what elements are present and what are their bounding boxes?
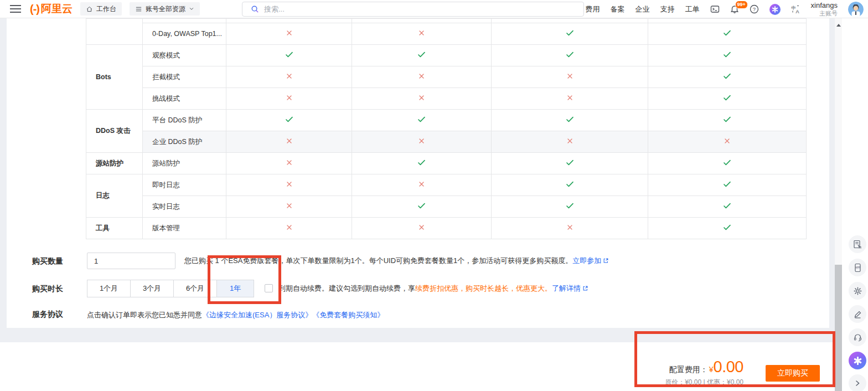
cross-cell xyxy=(352,218,492,239)
check-icon xyxy=(566,203,574,209)
aliyun-logo[interactable]: (-) 阿里云 xyxy=(30,2,73,16)
avatar[interactable] xyxy=(848,2,864,17)
duration-option-6个月[interactable]: 6个月 xyxy=(173,280,217,297)
check-cell xyxy=(492,174,648,196)
duration-option-1年-selected[interactable]: 1年 xyxy=(216,280,254,297)
duration-label: 购买时长 xyxy=(32,284,63,294)
empty-cell xyxy=(352,19,492,23)
learn-more-link[interactable]: 了解详情 xyxy=(552,284,581,292)
table-row: Bots观察模式 xyxy=(86,45,807,66)
cross-cell xyxy=(226,131,352,153)
ai-assistant-icon[interactable] xyxy=(849,352,866,369)
all-resources-dropdown[interactable]: 账号全部资源 xyxy=(130,2,200,16)
check-icon xyxy=(417,52,426,58)
account-info[interactable]: xinfangs 主账号 xyxy=(811,1,838,18)
nav-item-tickets[interactable]: 工单 xyxy=(685,4,700,14)
empty-cell xyxy=(492,19,648,23)
cross-icon xyxy=(418,224,425,230)
cross-icon xyxy=(286,73,292,79)
vertical-scrollbar[interactable] xyxy=(835,18,842,391)
auto-renew-note: 到期自动续费。建议勾选到期自动续费，享续费折扣优惠，购买时长越长，优惠更大。了解… xyxy=(278,280,588,297)
cross-icon xyxy=(418,138,425,144)
check-cell xyxy=(648,110,807,131)
cross-icon xyxy=(286,181,292,187)
support-headset-icon[interactable] xyxy=(849,328,866,346)
check-icon xyxy=(417,116,426,123)
app-download-icon[interactable]: APP xyxy=(849,259,866,276)
table-row: 0-Day, OWASP Top1... xyxy=(86,23,807,45)
notification-count-badge: 99+ xyxy=(735,1,748,9)
scrollbar-thumb[interactable] xyxy=(835,265,842,391)
quantity-input[interactable] xyxy=(87,253,175,269)
check-icon xyxy=(723,116,731,123)
nav-item-support[interactable]: 支持 xyxy=(660,4,675,14)
cross-icon xyxy=(286,224,292,230)
check-icon xyxy=(566,116,574,123)
nav-item-enterprise[interactable]: 企业 xyxy=(636,4,650,14)
cross-cell xyxy=(492,131,648,153)
auto-renew-checkbox[interactable] xyxy=(265,284,273,292)
check-cell xyxy=(352,196,492,218)
check-icon xyxy=(723,95,731,101)
nav-item-icp[interactable]: 备案 xyxy=(611,4,625,14)
check-cell xyxy=(648,174,807,196)
resources-list-icon xyxy=(135,6,142,13)
check-icon xyxy=(566,160,574,166)
free-plan-notice-link[interactable]: 《免费套餐购买须知》 xyxy=(312,311,384,319)
cross-icon xyxy=(286,138,292,144)
duration-options: 1个月3个月6个月1年 xyxy=(87,280,254,297)
join-activity-link[interactable]: 立即参加 xyxy=(572,256,601,265)
language-translate-icon[interactable]: 中A xyxy=(791,4,800,14)
collapse-chevron-icon[interactable] xyxy=(849,374,866,391)
check-icon xyxy=(723,52,731,58)
check-icon xyxy=(723,30,731,37)
ai-assistant-icon[interactable] xyxy=(769,4,781,15)
hamburger-menu-icon[interactable] xyxy=(9,3,22,15)
cross-cell xyxy=(226,23,352,45)
buy-now-button[interactable]: 立即购买 xyxy=(766,365,820,382)
cloudshell-terminal-icon[interactable] xyxy=(710,5,720,13)
cross-cell xyxy=(352,174,492,196)
duration-option-3个月[interactable]: 3个月 xyxy=(130,280,174,297)
cross-icon xyxy=(286,203,292,209)
feedback-pencil-icon[interactable] xyxy=(849,305,866,323)
check-cell xyxy=(648,66,807,88)
check-cell xyxy=(226,45,352,66)
cross-cell xyxy=(492,66,648,88)
settings-gear-icon[interactable] xyxy=(849,282,866,300)
cross-icon xyxy=(567,138,573,144)
search-input[interactable] xyxy=(264,5,552,13)
cross-icon xyxy=(567,224,573,230)
empty-cell xyxy=(648,19,807,23)
cross-cell xyxy=(648,131,807,153)
table-row: 挑战模式 xyxy=(86,88,807,110)
agreement-text: 点击确认订单即表示您已知悉并同意《边缘安全加速(ESA）服务协议》《免费套餐购买… xyxy=(87,308,384,322)
duration-option-1个月[interactable]: 1个月 xyxy=(87,280,131,297)
nav-item-billing[interactable]: 费用 xyxy=(586,4,600,14)
svg-text:?: ? xyxy=(752,6,755,12)
group-cell: 源站防护 xyxy=(86,153,143,174)
check-cell xyxy=(226,110,352,131)
check-cell xyxy=(648,153,807,174)
check-cell xyxy=(492,45,648,66)
check-cell xyxy=(352,110,492,131)
notifications-bell-icon[interactable]: 99+ xyxy=(730,5,739,14)
discount-amount: 优惠：¥0.00 xyxy=(707,378,743,386)
check-cell xyxy=(648,23,807,45)
table-row xyxy=(86,19,807,23)
plan-comparison-table: 0-Day, OWASP Top1...Bots观察模式拦截模式挑战模式DDoS… xyxy=(86,18,807,239)
cross-cell xyxy=(226,196,352,218)
feature-cell: 0-Day, OWASP Top1... xyxy=(143,23,226,45)
cross-cell xyxy=(492,218,648,239)
check-cell xyxy=(648,45,807,66)
group-cell: 日志 xyxy=(86,174,143,218)
renewal-promo-text: 续费折扣优惠，购买时长越长，优惠更大。 xyxy=(415,284,552,292)
cross-cell xyxy=(352,66,492,88)
workbench-button[interactable]: 工作台 xyxy=(80,2,122,16)
scrollbar-up-arrow-icon[interactable] xyxy=(836,24,841,27)
help-icon[interactable]: ? xyxy=(750,4,759,14)
global-search-box[interactable] xyxy=(242,2,584,17)
aliyun-logo-text: 阿里云 xyxy=(41,2,73,16)
esa-service-agreement-link[interactable]: 《边缘安全加速(ESA）服务协议》 xyxy=(202,311,312,319)
orders-icon[interactable] xyxy=(849,235,866,253)
